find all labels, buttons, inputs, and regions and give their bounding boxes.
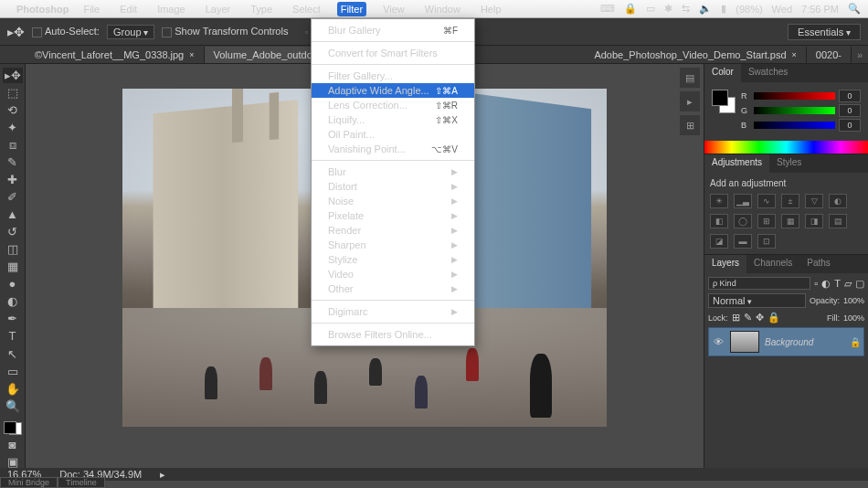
photo-filter-icon[interactable]: ◯ [734,214,752,228]
tab-timeline[interactable]: Timeline [58,477,105,488]
menu-layer[interactable]: Layer [202,2,235,16]
gradient-tool[interactable]: ▦ [3,259,23,274]
lock-icon[interactable]: 🔒 [624,3,637,15]
shape-tool[interactable]: ▭ [3,364,23,379]
menu-window[interactable]: Window [421,2,464,16]
path-tool[interactable]: ↖ [3,346,23,362]
g-slider[interactable] [754,107,835,114]
wifi-icon[interactable]: ⇆ [682,3,690,15]
auto-select-dropdown[interactable]: Group ▾ [107,25,154,39]
doc-tab-2[interactable]: Adobe_Photoshop_Video_Demo_Start.psd× [585,47,806,63]
color-swatch[interactable] [4,421,22,435]
gradient-map-icon[interactable]: ▬ [734,234,752,249]
eyedropper-tool[interactable]: ✎ [3,154,23,170]
curves-icon[interactable]: ∿ [757,194,776,208]
selective-color-icon[interactable]: ⊡ [757,234,776,249]
brush-tool[interactable]: ✐ [3,189,23,205]
menu-vanishing-point[interactable]: Vanishing Point...⌥⌘V [312,142,474,156]
menu-image[interactable]: Image [153,2,189,16]
filter-smart-icon[interactable]: ▢ [855,278,864,290]
type-tool[interactable]: T [3,328,23,344]
menu-distort[interactable]: Distort▶ [312,179,474,194]
menu-view[interactable]: View [379,2,408,16]
spotlight-icon[interactable]: 🔍 [848,3,861,15]
brightness-icon[interactable]: ☀ [710,194,728,208]
doc-tab-3[interactable]: 0020- [807,47,852,63]
menu-browse-online[interactable]: Browse Filters Online... [312,327,474,342]
levels-icon[interactable]: ▁▃ [734,194,752,208]
blur-tool[interactable]: ● [3,276,23,292]
eraser-tool[interactable]: ◫ [3,241,23,257]
menu-stylize[interactable]: Stylize▶ [312,252,474,267]
menu-digimarc[interactable]: Digimarc▶ [312,304,474,319]
wand-tool[interactable]: ✦ [3,120,23,135]
dodge-tool[interactable]: ◐ [3,293,23,309]
filter-pixel-icon[interactable]: ▫ [814,278,818,289]
bw-icon[interactable]: ◧ [710,214,728,228]
pen-tool[interactable]: ✒ [3,311,23,326]
auto-select-checkbox[interactable] [32,27,42,37]
history-brush-tool[interactable]: ↺ [3,224,23,239]
quickmask-tool[interactable]: ◙ [3,437,23,452]
r-slider[interactable] [754,92,835,100]
heal-tool[interactable]: ✚ [3,172,23,187]
menu-render[interactable]: Render▶ [312,223,474,238]
volume-icon[interactable]: 🔈 [699,3,712,15]
layer-name[interactable]: Background [765,337,813,347]
zoom-tool[interactable]: 🔍 [3,398,23,414]
screen-icon[interactable]: ▭ [646,3,655,15]
layer-thumbnail[interactable] [730,331,759,353]
menu-blur[interactable]: Blur▶ [312,164,474,179]
menu-liquify[interactable]: Liquify...⇧⌘X [312,112,474,127]
menu-type[interactable]: Type [247,2,276,16]
close-icon[interactable]: × [792,50,797,59]
panel-color-swatch[interactable] [712,90,736,113]
menu-last-filter[interactable]: Blur Gallery⌘F [312,23,474,37]
b-slider[interactable] [754,122,835,129]
channel-mixer-icon[interactable]: ⊞ [757,214,776,228]
bluetooth-icon[interactable]: ✱ [664,3,672,15]
tab-styles[interactable]: Styles [769,154,809,173]
tabs-overflow[interactable]: » [852,49,868,60]
tab-layers[interactable]: Layers [704,255,746,273]
blend-mode-dropdown[interactable]: Normal ▾ [708,293,806,308]
menu-filter[interactable]: Filter [337,2,366,16]
hue-icon[interactable]: ◐ [829,194,847,208]
lock-all-icon[interactable]: 🔒 [767,312,780,324]
lookup-icon[interactable]: ▦ [781,214,799,228]
menu-select[interactable]: Select [289,2,324,16]
marquee-tool[interactable]: ⬚ [3,85,23,101]
tab-adjustments[interactable]: Adjustments [704,154,769,173]
menu-help[interactable]: Help [477,2,505,16]
keyboard-icon[interactable]: ⌨ [600,3,615,15]
menu-edit[interactable]: Edit [116,2,141,16]
threshold-icon[interactable]: ◪ [710,234,728,249]
close-icon[interactable]: × [189,50,194,59]
menu-oil-paint[interactable]: Oil Paint... [312,127,474,142]
transform-checkbox[interactable] [162,27,172,37]
tab-paths[interactable]: Paths [799,255,838,273]
properties-panel-icon[interactable]: ⊞ [680,115,700,135]
menu-filter-gallery[interactable]: Filter Gallery... [312,69,474,83]
menu-sharpen[interactable]: Sharpen▶ [312,238,474,252]
g-value[interactable]: 0 [839,104,861,117]
menu-convert-smart[interactable]: Convert for Smart Filters [312,46,474,60]
filter-adj-icon[interactable]: ◐ [821,278,831,290]
stamp-tool[interactable]: ▲ [3,207,23,222]
hand-tool[interactable]: ✋ [3,381,23,397]
doc-tab-0[interactable]: ©Vincent_Laforet__MG_0338.jpg× [26,47,205,63]
tab-color[interactable]: Color [704,64,741,82]
menu-file[interactable]: File [79,2,103,16]
menu-noise[interactable]: Noise▶ [312,194,474,208]
app-name[interactable]: Photoshop [16,4,69,15]
move-tool[interactable]: ▸✥ [3,68,23,83]
layer-filter-kind[interactable]: ρ Kind [708,277,810,290]
filter-type-icon[interactable]: T [834,278,841,289]
status-arrow-icon[interactable]: ▸ [160,469,165,481]
clock-day[interactable]: Wed [772,4,792,15]
lasso-tool[interactable]: ⟲ [3,102,23,118]
battery-icon[interactable]: ▮ [721,3,726,15]
menu-lens-correction[interactable]: Lens Correction...⇧⌘R [312,98,474,112]
lock-trans-icon[interactable]: ⊞ [732,312,740,324]
spectrum-bar[interactable] [704,141,868,154]
